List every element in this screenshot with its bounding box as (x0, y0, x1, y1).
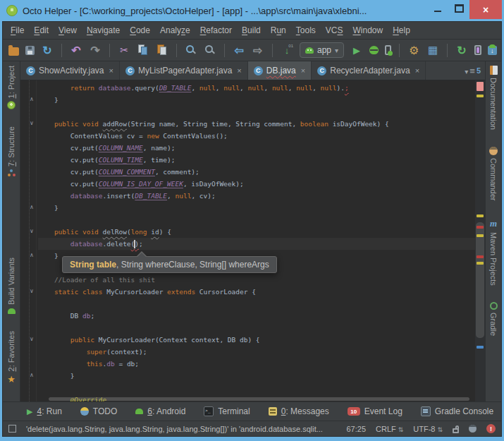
code-line: static class MyCursorLoader extends Curs… (38, 286, 475, 298)
maximize-button[interactable] (448, 0, 469, 17)
analysis-mark[interactable] (477, 234, 484, 237)
hidden-tabs-dropdown[interactable]: 5 (465, 61, 485, 80)
sdk-manager-icon[interactable] (488, 46, 497, 55)
stripe-item-documentation[interactable]: Documentation (489, 66, 498, 130)
stripe-item-project[interactable]: 1: Project (7, 66, 16, 109)
menu-refactor[interactable]: Refactor (195, 25, 237, 35)
fold-marker[interactable]: ∨ (30, 228, 34, 235)
menu-build[interactable]: Build (237, 25, 266, 35)
menu-file[interactable]: File (6, 25, 29, 35)
menu-help[interactable]: Help (388, 25, 415, 35)
android-studio-logo-icon (6, 5, 18, 16)
stripe-item-maven[interactable]: Maven Projects (489, 218, 498, 286)
menu-window[interactable]: Window (348, 25, 388, 35)
cut-icon[interactable] (118, 44, 130, 56)
code-token: , (288, 84, 296, 92)
readonly-lock-icon[interactable] (453, 428, 459, 433)
analysis-mark[interactable] (477, 255, 484, 258)
toolwindow-button-terminal[interactable]: Terminal (204, 406, 250, 416)
analysis-mark[interactable] (477, 262, 484, 265)
find-icon[interactable] (185, 44, 197, 56)
menu-tools[interactable]: Tools (291, 25, 321, 35)
close-icon[interactable] (109, 66, 113, 75)
line-ending-selector[interactable]: CRLF (376, 425, 403, 433)
tab-mylistpageradapter-java[interactable]: CMyListPagerAdapter.java (120, 61, 248, 80)
stripe-item-gradle[interactable]: Gradle (489, 302, 498, 336)
menu-analyze[interactable]: Analyze (155, 25, 195, 35)
toolwindow-button-todo[interactable]: TODO (80, 406, 117, 416)
code-lines[interactable]: return database.query(DB_TABLE, null, nu… (37, 80, 475, 401)
close-button[interactable] (469, 0, 502, 19)
menu-run[interactable]: Run (266, 25, 291, 35)
analysis-mark[interactable] (477, 226, 484, 229)
toolwindow-button-event-log[interactable]: 10Event Log (348, 406, 402, 416)
stripe-item-build-variants[interactable]: Build Variants (7, 258, 16, 313)
fold-marker[interactable]: ∧ (30, 204, 34, 211)
close-icon[interactable] (237, 66, 241, 75)
fold-marker[interactable]: ∧ (30, 252, 34, 259)
toolwindow-button--android[interactable]: 6: Android (135, 406, 185, 416)
fold-marker[interactable]: ∨ (30, 120, 34, 127)
copy-icon[interactable] (137, 44, 149, 56)
analysis-mark[interactable] (477, 215, 484, 217)
undo-icon[interactable] (70, 44, 82, 56)
code-line: return database.query(DB_TABLE, null, nu… (38, 82, 475, 94)
caret-position[interactable]: 67:25 (346, 425, 366, 433)
tab-db-java[interactable]: CDB.java (248, 61, 312, 80)
toolwindow-button--run[interactable]: 4: Run (27, 406, 62, 416)
code-line: ContentValues cv = new ContentValues(); (38, 130, 475, 142)
close-icon[interactable] (415, 66, 419, 75)
run-icon[interactable] (350, 44, 363, 56)
fold-marker[interactable]: ∨ (30, 288, 34, 295)
editor-gutter: ∧∨∧∨∧∨∨∧ (20, 80, 37, 401)
menu-edit[interactable]: Edit (29, 25, 54, 35)
code-token: ). (336, 84, 344, 92)
stripe-item-label: 7: Structure (7, 126, 16, 167)
fold-marker[interactable]: ∧ (30, 372, 34, 379)
toggle-toolwindows-icon[interactable] (8, 425, 16, 433)
menu-navigate[interactable]: Navigate (82, 25, 125, 35)
open-icon[interactable] (8, 47, 19, 56)
toolwindow-button--messages[interactable]: 0: Messages (269, 406, 329, 416)
redo-icon[interactable] (89, 44, 102, 56)
debug-icon[interactable] (369, 46, 379, 54)
toolwindow-button-gradle-console[interactable]: Gradle Console (421, 406, 493, 416)
class-icon: C (317, 66, 326, 75)
line-endings-icon[interactable] (281, 44, 293, 56)
close-icon[interactable] (301, 66, 305, 75)
settings-icon[interactable] (407, 44, 420, 56)
attach-debugger-icon[interactable] (385, 45, 391, 55)
tab-recycleradapter-java[interactable]: CRecyclerAdapter.java (312, 61, 426, 80)
forward-icon[interactable] (252, 44, 264, 56)
vertical-scrollbar-thumb[interactable] (476, 222, 484, 338)
fold-marker[interactable]: ∧ (30, 96, 34, 103)
menu-view[interactable]: View (54, 25, 82, 35)
analysis-mark[interactable] (477, 82, 484, 91)
avd-manager-icon[interactable] (474, 45, 481, 55)
code-token: super (87, 348, 107, 356)
highlighting-level-icon[interactable] (469, 425, 477, 433)
gradle-sync-icon[interactable] (455, 44, 468, 56)
analysis-mark[interactable] (477, 346, 484, 349)
run-config-combo[interactable]: app (300, 42, 344, 58)
code-editor[interactable]: ∧∨∧∨∧∨∨∧ return database.query(DB_TABLE,… (20, 80, 485, 401)
horizontal-scrollbar-thumb[interactable] (49, 397, 469, 401)
project-structure-icon[interactable] (426, 44, 439, 56)
tab-showactivity-java[interactable]: CShowActivity.java (20, 61, 120, 80)
sync-icon[interactable] (41, 44, 54, 56)
error-notification-icon[interactable] (486, 424, 496, 433)
stripe-item-structure[interactable]: 7: Structure (7, 126, 16, 177)
replace-icon[interactable] (204, 44, 216, 56)
paste-icon[interactable] (156, 44, 168, 56)
stripe-item-favorites[interactable]: 2: Favorites (7, 331, 16, 385)
fold-marker[interactable]: ∨ (30, 336, 34, 343)
menu-code[interactable]: Code (125, 25, 155, 35)
analysis-mark[interactable] (477, 95, 484, 97)
minimize-button[interactable] (427, 0, 448, 17)
back-icon[interactable] (233, 44, 245, 56)
save-icon[interactable] (25, 46, 35, 55)
menu-vcs[interactable]: VCS (321, 25, 348, 35)
code-token: cv.put( (38, 144, 99, 152)
encoding-selector[interactable]: UTF-8 (413, 425, 443, 433)
stripe-item-commander[interactable]: Commander (489, 147, 498, 201)
